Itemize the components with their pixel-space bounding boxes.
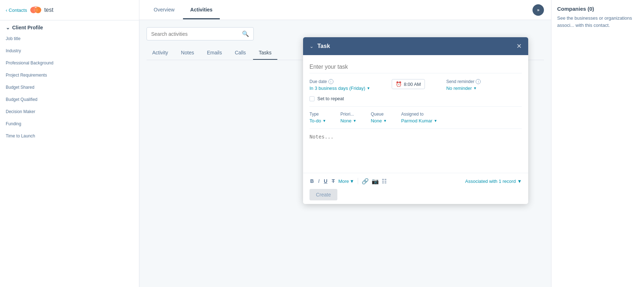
task-modal-header: ⌄ Task ✕ <box>303 37 528 55</box>
profile-field-decision-maker: Decision Maker <box>6 109 133 114</box>
task-due-date-row: Due date i In 3 business days (Friday) ▼… <box>309 79 522 91</box>
task-modal-footer: B I U T More ▼ 🔗 📷 ☷ Associated with 1 r… <box>303 173 528 204</box>
send-reminder-label: Send reminder i <box>446 79 481 84</box>
profile-field-professional-background: Professional Background <box>6 60 133 65</box>
profile-field-funding: Funding <box>6 121 133 126</box>
task-modal-title: Task <box>317 43 330 49</box>
type-label: Type <box>309 112 326 117</box>
send-reminder-value[interactable]: No reminder ▼ <box>446 86 481 91</box>
contacts-back-link[interactable]: ‹ Contacts <box>6 8 27 13</box>
repeat-label: Set to repeat <box>317 96 344 101</box>
section-title-label: Client Profile <box>12 25 43 30</box>
hubspot-logo <box>30 4 41 16</box>
task-collapse-chevron[interactable]: ⌄ <box>309 43 314 49</box>
reminder-dropdown-arrow: ▼ <box>473 86 477 90</box>
field-label: Budget Qualified <box>6 97 133 102</box>
image-icon[interactable]: 📷 <box>372 178 379 185</box>
queue-value[interactable]: None ▼ <box>371 118 387 123</box>
back-label[interactable]: Contacts <box>9 8 27 13</box>
assigned-value[interactable]: Parmod Kumar ▼ <box>401 118 437 123</box>
search-icon: 🔍 <box>242 30 249 37</box>
time-picker[interactable]: ⏰ 8:00 AM <box>392 79 425 89</box>
associated-record-link[interactable]: Associated with 1 record ▼ <box>465 179 522 184</box>
send-reminder-field: Send reminder i No reminder ▼ <box>446 79 481 91</box>
type-field: Type To-do ▼ <box>309 112 326 123</box>
priority-label: Priori... <box>340 112 356 117</box>
strikethrough-button[interactable]: T <box>331 177 336 185</box>
tab-emails[interactable]: Emails <box>201 46 228 60</box>
field-label: Time to Launch <box>6 133 133 138</box>
more-dropdown-arrow: ▼ <box>350 179 354 184</box>
italic-button[interactable]: I <box>317 177 320 185</box>
profile-field-project-requirements: Project Requirements <box>6 73 133 78</box>
priority-field: Priori... None ▼ <box>340 112 356 123</box>
task-modal-title-area: ⌄ Task <box>309 43 330 49</box>
create-button[interactable]: Create <box>309 189 337 200</box>
field-label: Job title <box>6 36 133 41</box>
tab-calls[interactable]: Calls <box>229 46 252 60</box>
queue-field: Queue None ▼ <box>371 112 387 123</box>
notes-divider <box>309 128 522 129</box>
search-bar-container[interactable]: 🔍 <box>147 27 254 40</box>
svg-point-2 <box>34 8 38 12</box>
table-icon[interactable]: ☷ <box>382 178 387 185</box>
companies-section-title: Companies (0) <box>557 6 638 12</box>
editor-toolbar: B I U T More ▼ 🔗 📷 ☷ Associated with 1 r… <box>309 177 522 185</box>
field-label: Professional Background <box>6 60 133 65</box>
profile-field-budget-qualified: Budget Qualified <box>6 97 133 102</box>
profile-field-job-title: Job title <box>6 36 133 41</box>
notes-textarea[interactable] <box>309 134 522 162</box>
underline-button[interactable]: U <box>323 177 328 185</box>
field-label: Budget Shared <box>6 85 133 90</box>
task-modal-body: Due date i In 3 business days (Friday) ▼… <box>303 55 528 173</box>
section-chevron-icon: ⌄ <box>6 25 10 30</box>
link-icon[interactable]: 🔗 <box>362 178 369 185</box>
sidebar-app-name: test <box>44 7 54 13</box>
field-label: Funding <box>6 121 133 126</box>
profile-field-time-to-launch: Time to Launch <box>6 133 133 138</box>
task-close-button[interactable]: ✕ <box>516 42 522 50</box>
priority-dropdown-arrow: ▼ <box>353 119 357 123</box>
assigned-dropdown-arrow: ▼ <box>434 119 437 123</box>
task-title-input[interactable] <box>309 61 522 73</box>
sidebar-header: ‹ Contacts test <box>0 0 139 20</box>
time-value: 8:00 AM <box>404 82 421 87</box>
expand-button[interactable]: » <box>532 4 544 16</box>
profile-field-industry: Industry <box>6 48 133 53</box>
clock-icon: ⏰ <box>396 81 402 87</box>
toolbar-separator-1 <box>358 178 358 184</box>
due-date-label: Due date i <box>309 79 370 84</box>
footer-action-row: Create <box>309 189 522 200</box>
assigned-field: Assigned to Parmod Kumar ▼ <box>401 112 437 123</box>
due-date-value[interactable]: In 3 business days (Friday) ▼ <box>309 86 370 91</box>
top-tabs-bar: Overview Activities » <box>139 0 551 20</box>
back-arrow-icon: ‹ <box>6 8 7 13</box>
more-button[interactable]: More ▼ <box>338 179 355 184</box>
task-meta-row: Type To-do ▼ Priori... None ▼ Queue <box>309 112 522 123</box>
reminder-info-icon[interactable]: i <box>476 79 481 84</box>
associated-dropdown-arrow: ▼ <box>517 179 522 184</box>
client-profile-title[interactable]: ⌄ Client Profile <box>6 25 133 30</box>
due-date-dropdown-arrow: ▼ <box>367 86 370 90</box>
assigned-label: Assigned to <box>401 112 437 117</box>
due-date-field: Due date i In 3 business days (Friday) ▼ <box>309 79 370 91</box>
tab-tasks[interactable]: Tasks <box>253 46 277 60</box>
tab-overview[interactable]: Overview <box>147 1 182 19</box>
type-dropdown-arrow: ▼ <box>323 119 326 123</box>
priority-value[interactable]: None ▼ <box>340 118 356 123</box>
task-modal: ⌄ Task ✕ Due date i In 3 business days (… <box>303 37 528 204</box>
due-date-info-icon[interactable]: i <box>328 79 333 84</box>
queue-dropdown-arrow: ▼ <box>383 119 387 123</box>
field-label: Project Requirements <box>6 73 133 78</box>
search-input[interactable] <box>151 31 239 37</box>
sidebar: ‹ Contacts test ⌄ Client Profile Job tit… <box>0 0 139 287</box>
profile-field-budget-shared: Budget Shared <box>6 85 133 90</box>
repeat-checkbox[interactable] <box>309 96 314 101</box>
tab-activity[interactable]: Activity <box>147 46 174 60</box>
type-value[interactable]: To-do ▼ <box>309 118 326 123</box>
tab-activities[interactable]: Activities <box>183 1 219 19</box>
bold-button[interactable]: B <box>309 177 314 185</box>
tab-notes[interactable]: Notes <box>175 46 200 60</box>
queue-label: Queue <box>371 112 387 117</box>
right-panel: Companies (0) See the businesses or orga… <box>551 0 644 287</box>
